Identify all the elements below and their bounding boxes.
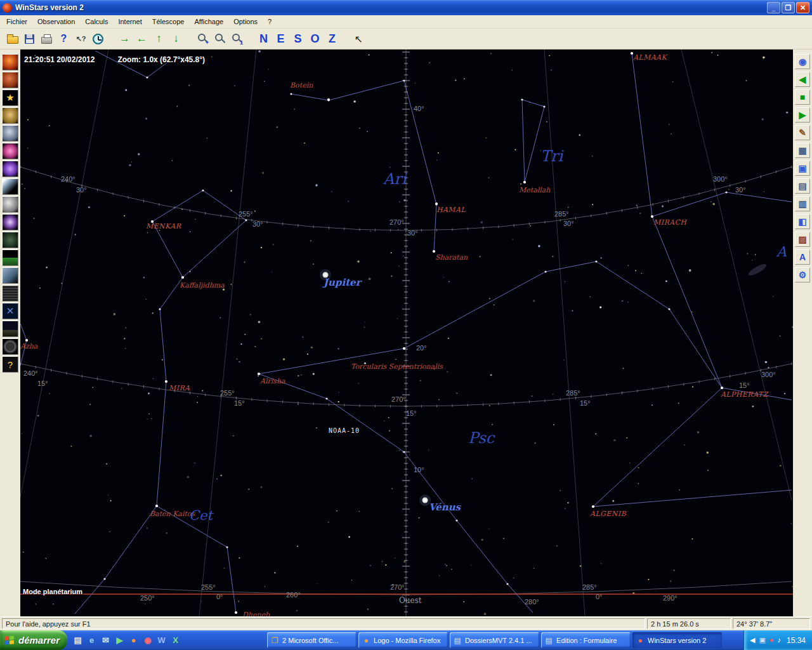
close-button[interactable]: ✕ <box>796 2 809 13</box>
dark-nebula-icon[interactable] <box>2 232 18 248</box>
screen-icon[interactable]: ▤ <box>795 178 810 194</box>
down-view-button[interactable]: ↓ <box>167 30 185 48</box>
messenger-icon[interactable]: ◉ <box>142 635 153 646</box>
task-firefox[interactable]: ●Logo - Mozilla Firefox <box>358 632 448 648</box>
winstars-window: WinStars version 2 _ ❐ ✕ FichierObservat… <box>0 0 812 650</box>
star-icon[interactable]: ★ <box>2 90 18 106</box>
menu-item-5[interactable]: Télescope <box>147 16 190 27</box>
constellation-icon[interactable]: ✕ <box>2 303 18 319</box>
step-back-icon[interactable]: ◀ <box>795 72 810 87</box>
task-buttons: ❐2 Microsoft Offic...●Logo - Mozilla Fir… <box>267 630 722 650</box>
zoom-in-button[interactable]: + <box>194 30 211 48</box>
right-sidebar: ◉◀■▶✎▦▣▤▥◧▨A⚙ <box>793 50 812 616</box>
taskbar: démarrer ▤e✉▶●◉WX ❐2 Microsoft Offic...●… <box>0 630 812 650</box>
back-view-button[interactable]: ← <box>133 30 150 48</box>
document-icon[interactable]: ▥ <box>795 196 810 211</box>
magnifier-icon <box>215 34 223 41</box>
media-player-icon[interactable]: ▶ <box>114 635 125 646</box>
landscape-icon[interactable] <box>2 321 18 337</box>
text-label-icon[interactable]: A <box>795 249 810 265</box>
galaxy-icon[interactable] <box>2 214 18 230</box>
show-desktop-icon[interactable]: ▤ <box>72 635 83 646</box>
menu-item-6[interactable]: Affichage <box>189 16 228 27</box>
excel-icon[interactable]: X <box>170 635 181 646</box>
nebula-purple-icon[interactable] <box>2 161 18 177</box>
east-button[interactable]: E <box>272 30 289 48</box>
mars-icon[interactable] <box>2 72 18 88</box>
print-button[interactable] <box>38 30 55 48</box>
find-object-icon[interactable]: ? <box>2 356 18 373</box>
horizon-icon[interactable] <box>2 249 18 266</box>
context-help-button[interactable]: ↖? <box>72 30 89 48</box>
open-button[interactable] <box>4 30 21 48</box>
magnifier-icon <box>198 34 206 41</box>
calculator-icon[interactable]: ▦ <box>795 143 810 158</box>
south-button[interactable]: S <box>289 30 306 48</box>
title-bar: WinStars version 2 _ ❐ ✕ <box>0 0 812 15</box>
menu-item-3[interactable]: Calculs <box>80 16 113 27</box>
menu-bar: FichierObservationCalculsInternetTélesco… <box>0 15 812 29</box>
satellite-icon[interactable] <box>2 267 18 284</box>
internet-explorer-icon[interactable]: e <box>86 635 97 646</box>
task-firefox-icon: ● <box>362 636 370 645</box>
help-button[interactable]: ? <box>55 30 72 48</box>
clock-icon <box>93 34 103 44</box>
north-icon: N <box>259 32 268 46</box>
zoom-default-button[interactable] <box>211 30 228 48</box>
save-button[interactable] <box>21 30 38 48</box>
menu-item-4[interactable]: Internet <box>113 16 147 27</box>
minimize-button[interactable]: _ <box>767 2 780 13</box>
task-dossiers[interactable]: ▤DossiersMVT 2.4.1 ... <box>450 632 539 648</box>
antivirus-tray-icon[interactable]: ● <box>769 636 774 644</box>
moon-icon[interactable] <box>2 196 18 213</box>
camera-icon[interactable]: ◧ <box>795 214 810 229</box>
north-button[interactable]: N <box>255 30 272 48</box>
comet-icon[interactable] <box>2 178 18 195</box>
saturn-icon[interactable] <box>2 107 18 124</box>
mail-icon[interactable]: ✉ <box>100 635 111 646</box>
zenith-icon: Z <box>329 32 336 46</box>
network-tray-icon[interactable]: ▣ <box>759 636 765 644</box>
globe-icon[interactable]: ◉ <box>795 54 810 69</box>
left-sidebar: ★✕? <box>0 50 20 616</box>
menu-item-8[interactable]: ? <box>263 16 277 27</box>
main-area: ★✕? 21:20:51 20/02/2012 Zoom: 1.0x (62.7… <box>0 50 812 616</box>
pencil-icon[interactable]: ✎ <box>795 125 810 140</box>
maximize-button[interactable]: ❐ <box>782 2 795 13</box>
windows-flag-icon <box>4 635 15 645</box>
eclipse-icon[interactable] <box>2 338 18 355</box>
star-map[interactable]: 21:20:51 20/02/2012 Zoom: 1.0x (62.7°x45… <box>20 50 793 616</box>
task-edition[interactable]: ▤Edition : Formulaire <box>541 632 631 648</box>
settings-gear-icon[interactable]: ⚙ <box>795 267 810 282</box>
pan-mode-icon: ↖ <box>355 33 363 45</box>
start-button[interactable]: démarrer <box>0 630 67 650</box>
task-winstars[interactable]: ●WinStars version 2 <box>632 632 722 648</box>
tray-chevron-icon[interactable]: ◀ <box>750 636 755 644</box>
up-view-button[interactable]: ↑ <box>150 30 167 48</box>
volume-tray-icon[interactable]: ♪ <box>777 636 781 644</box>
monitor-icon[interactable]: ▣ <box>795 161 810 176</box>
nebula-pink-icon[interactable] <box>2 143 18 159</box>
firefox-icon[interactable]: ● <box>128 635 139 646</box>
panel-icon[interactable] <box>2 285 18 302</box>
zenith-button[interactable]: Z <box>324 30 341 48</box>
menu-item-1[interactable]: Fichier <box>1 16 32 27</box>
forward-view-button[interactable]: → <box>116 30 133 48</box>
up-view-icon: ↑ <box>156 32 162 45</box>
task-firefox-label: Logo - Mozilla Firefox <box>374 637 440 644</box>
west-button[interactable]: O <box>306 30 324 48</box>
pan-mode-button[interactable]: ↖ <box>350 30 367 48</box>
menu-item-2[interactable]: Observation <box>32 16 80 27</box>
sun-icon[interactable] <box>2 54 18 70</box>
play-icon[interactable]: ▶ <box>795 107 810 123</box>
clock-button[interactable] <box>89 30 107 48</box>
window-title: WinStars version 2 <box>15 3 766 12</box>
stop-icon[interactable]: ■ <box>795 90 810 105</box>
menu-item-7[interactable]: Options <box>228 16 263 27</box>
word-icon[interactable]: W <box>156 635 167 646</box>
task-office[interactable]: ❐2 Microsoft Offic... <box>267 632 357 648</box>
photo-icon[interactable]: ▨ <box>795 232 810 247</box>
zoom-1x-button[interactable]: 1 <box>228 30 246 48</box>
planet-icon[interactable] <box>2 125 18 142</box>
task-dossiers-label: DossiersMVT 2.4.1 ... <box>465 637 532 644</box>
